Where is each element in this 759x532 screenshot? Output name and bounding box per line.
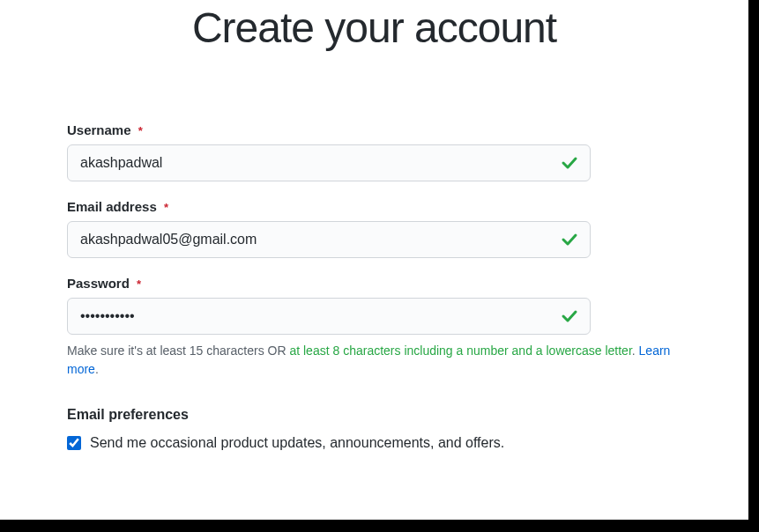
signup-form: Username * Email address *	[0, 122, 748, 451]
username-input[interactable]	[67, 144, 591, 181]
password-group: Password * Make sure it's at least 15 ch…	[67, 276, 681, 379]
email-preferences-row: Send me occasional product updates, anno…	[67, 435, 681, 451]
username-label: Username *	[67, 122, 681, 137]
email-preferences-label: Send me occasional product updates, anno…	[90, 435, 504, 451]
password-label-text: Password	[67, 276, 130, 291]
password-hint-end: .	[95, 362, 99, 376]
page-title: Create your account	[0, 0, 748, 52]
password-hint-prefix: Make sure it's at least 15 characters OR	[67, 344, 289, 358]
password-hint: Make sure it's at least 15 characters OR…	[67, 342, 681, 379]
required-asterisk: *	[164, 201, 168, 214]
email-label: Email address *	[67, 199, 681, 214]
username-group: Username *	[67, 122, 681, 181]
required-asterisk: *	[138, 124, 143, 137]
password-label: Password *	[67, 276, 681, 291]
username-label-text: Username	[67, 122, 131, 137]
email-preferences-checkbox[interactable]	[67, 436, 81, 450]
password-hint-green: at least 8 characters including a number…	[289, 344, 631, 358]
email-label-text: Email address	[67, 199, 157, 214]
required-asterisk: *	[137, 277, 141, 291]
email-group: Email address *	[67, 199, 681, 258]
email-preferences-heading: Email preferences	[67, 407, 681, 423]
password-hint-period: .	[632, 344, 639, 358]
email-input[interactable]	[67, 221, 591, 258]
password-input[interactable]	[67, 298, 591, 335]
